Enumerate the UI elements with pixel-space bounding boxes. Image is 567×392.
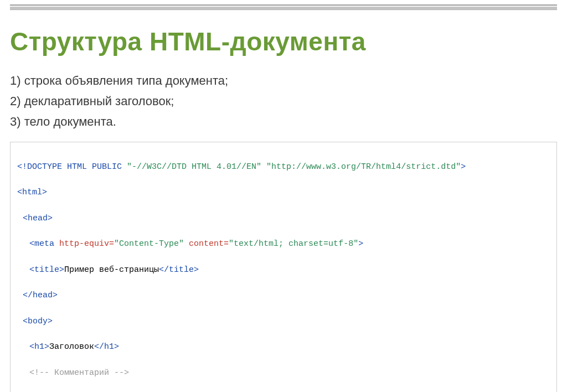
code-text: Заголовок xyxy=(49,342,94,352)
slide: Структура HTML-документа 1) строка объяв… xyxy=(0,0,567,392)
code-tag: > xyxy=(358,239,363,249)
code-tag: </h1> xyxy=(94,342,119,352)
code-line: <head> xyxy=(17,212,550,225)
code-attr-val: "text/html; charset=utf-8" xyxy=(229,239,358,249)
code-comment: <!-- Комментарий --> xyxy=(29,368,129,378)
code-line: <title>Пример веб-страницы</title> xyxy=(17,264,550,276)
list-item: 2) декларативный заголовок; xyxy=(10,91,557,111)
code-tag: > xyxy=(461,162,466,172)
bullet-list: 1) строка объявления типа документа; 2) … xyxy=(10,71,557,132)
code-attr-name: content= xyxy=(184,239,229,249)
list-item: 1) строка объявления типа документа; xyxy=(10,71,557,90)
code-tag: <head> xyxy=(23,214,53,223)
code-tag: <title> xyxy=(29,265,64,275)
code-tag: <body> xyxy=(23,317,53,326)
code-string: "-//W3C//DTD HTML 4.01//EN" "http://www.… xyxy=(127,162,461,172)
code-line: <meta http-equiv="Content-Type" content=… xyxy=(17,238,550,250)
code-tag: <meta xyxy=(29,239,54,249)
code-attr-name: http-equiv= xyxy=(54,239,114,249)
code-line: <!-- Комментарий --> xyxy=(17,367,550,379)
code-line: </head> xyxy=(17,289,550,302)
code-line: <!DOCTYPE HTML PUBLIC "-//W3C//DTD HTML … xyxy=(17,161,550,173)
code-block: <!DOCTYPE HTML PUBLIC "-//W3C//DTD HTML … xyxy=(10,142,557,392)
code-line: <body> xyxy=(17,315,550,328)
list-item: 3) тело документа. xyxy=(10,112,557,131)
code-tag: <html> xyxy=(17,188,47,197)
code-text: Пример веб-страницы xyxy=(64,265,159,275)
divider-icon xyxy=(10,4,557,10)
code-tag: </head> xyxy=(23,291,58,300)
code-tag: </title> xyxy=(159,265,199,275)
code-tag: <!DOCTYPE HTML PUBLIC xyxy=(17,162,127,172)
code-line: <h1>Заголовок</h1> xyxy=(17,341,550,353)
code-line: <html> xyxy=(17,186,550,199)
code-attr-val: "Content-Type" xyxy=(114,239,184,249)
code-tag: <h1> xyxy=(29,342,49,352)
